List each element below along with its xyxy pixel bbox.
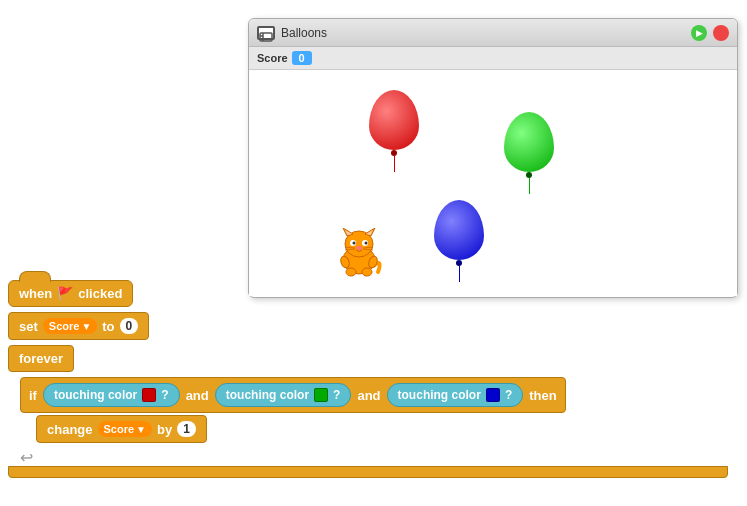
svg-point-18 <box>346 268 356 276</box>
balloon-string <box>529 178 530 194</box>
green-balloon <box>504 112 554 194</box>
question-3: ? <box>505 388 512 402</box>
balloon-knot <box>391 150 397 156</box>
end-arrow: ↩ <box>20 448 33 467</box>
forever-row: forever <box>8 345 566 375</box>
and-label-1: and <box>186 388 209 403</box>
flag-icon: 🚩 <box>57 286 73 301</box>
forever-block-bottom <box>8 466 728 478</box>
green-color-swatch[interactable] <box>314 388 328 402</box>
change-score-block[interactable]: change Score ▼ by 1 <box>36 415 207 443</box>
score-var-pill-2[interactable]: Score ▼ <box>98 421 152 437</box>
balloon-body <box>504 112 554 172</box>
green-flag-button[interactable]: ▶ <box>691 25 707 41</box>
to-label: to <box>102 319 114 334</box>
question-1: ? <box>161 388 168 402</box>
touching-color-label-2: touching color <box>226 388 309 402</box>
zero-pill[interactable]: 0 <box>120 318 139 334</box>
stage-area <box>249 70 737 296</box>
set-score-row: set Score ▼ to 0 <box>8 312 566 343</box>
svg-rect-0 <box>260 33 272 41</box>
end-row: ↩ <box>8 448 566 467</box>
forever-block[interactable]: forever <box>8 345 74 372</box>
score-label: Score <box>257 52 288 64</box>
balloon-string <box>394 156 395 172</box>
score-var-pill[interactable]: Score ▼ <box>43 318 97 334</box>
blocks-area: when 🚩 clicked set Score ▼ to 0 forever … <box>8 280 566 469</box>
window-title: Balloons <box>281 26 685 40</box>
set-label: set <box>19 319 38 334</box>
touching-color-label-3: touching color <box>398 388 481 402</box>
titlebar: Balloons ▶ <box>249 19 737 47</box>
svg-point-13 <box>356 246 362 250</box>
when-clicked-block[interactable]: when 🚩 clicked <box>8 280 133 307</box>
balloon-body <box>434 200 484 260</box>
then-label: then <box>529 388 556 403</box>
one-pill[interactable]: 1 <box>177 421 196 437</box>
svg-point-11 <box>353 242 356 245</box>
blue-balloon <box>434 200 484 282</box>
forever-label: forever <box>19 351 63 366</box>
clicked-label: clicked <box>78 286 122 301</box>
change-score-row: change Score ▼ by 1 <box>8 415 566 446</box>
touching-color-label-1: touching color <box>54 388 137 402</box>
red-balloon <box>369 90 419 172</box>
red-color-swatch[interactable] <box>142 388 156 402</box>
svg-point-19 <box>362 268 372 276</box>
if-row-container: if touching color ? and touching color ?… <box>8 377 566 413</box>
balloon-knot <box>526 172 532 178</box>
balloon-knot <box>456 260 462 266</box>
balloon-body <box>369 90 419 150</box>
blue-color-swatch[interactable] <box>486 388 500 402</box>
touching-color-green-block[interactable]: touching color ? <box>215 383 352 407</box>
and-label-2: and <box>357 388 380 403</box>
score-bar: Score 0 <box>249 47 737 70</box>
if-label: if <box>29 388 37 403</box>
when-clicked-row: when 🚩 clicked <box>8 280 566 310</box>
touching-color-red-block[interactable]: touching color ? <box>43 383 180 407</box>
by-label: by <box>157 422 172 437</box>
cat-sprite <box>333 228 385 278</box>
svg-point-12 <box>365 242 368 245</box>
when-label: when <box>19 286 52 301</box>
change-label: change <box>47 422 93 437</box>
score-value: 0 <box>292 51 312 65</box>
question-2: ? <box>333 388 340 402</box>
stop-button[interactable] <box>713 25 729 41</box>
scratch-window: Balloons ▶ Score 0 <box>248 18 738 298</box>
touching-color-blue-block[interactable]: touching color ? <box>387 383 524 407</box>
window-icon <box>257 26 275 40</box>
set-score-block[interactable]: set Score ▼ to 0 <box>8 312 149 340</box>
